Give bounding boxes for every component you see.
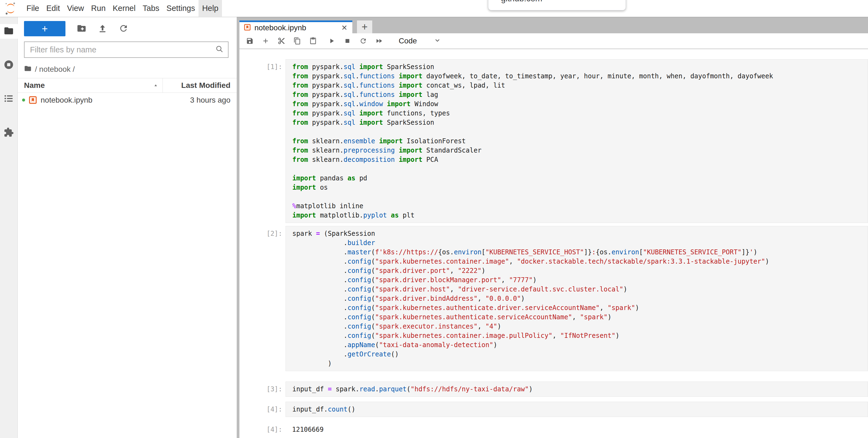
menu-run[interactable]: Run xyxy=(88,0,109,17)
copy-icon xyxy=(293,37,301,45)
file-listing-header: Name Last Modified xyxy=(18,78,237,93)
fast-forward-icon xyxy=(375,37,383,45)
cell-prompt: [4]: xyxy=(240,402,285,417)
paste-cells-button[interactable] xyxy=(309,37,317,45)
toc-icon xyxy=(4,93,14,105)
new-folder-button[interactable] xyxy=(76,23,87,34)
notebook-toolbar: Code xyxy=(240,33,868,49)
notebook-icon xyxy=(244,24,251,32)
sidebar-tab-running-sessions[interactable] xyxy=(0,58,18,72)
tab-notebook[interactable]: notebook.ipynb ✕ xyxy=(240,21,352,33)
file-last-modified: 3 hours ago xyxy=(190,96,230,105)
file-name: notebook.ipynb xyxy=(41,96,190,105)
scissors-icon xyxy=(278,37,285,45)
browser-popup: github.com xyxy=(488,0,626,10)
upload-icon xyxy=(98,30,107,34)
upload-button[interactable] xyxy=(98,23,107,34)
restart-icon xyxy=(360,37,367,45)
new-tab-button[interactable]: + xyxy=(357,21,372,33)
cut-cells-button[interactable] xyxy=(278,37,285,45)
output-cell: [4]:12106669 xyxy=(240,422,868,434)
column-header-name[interactable]: Name xyxy=(18,78,163,92)
filter-files-input[interactable]: Filter files by name xyxy=(24,41,228,58)
notebook-icon xyxy=(29,96,37,104)
puzzle-icon xyxy=(4,127,14,139)
tab-label: notebook.ipynb xyxy=(254,24,338,32)
menu-bar: File Edit View Run Kernel Tabs Settings … xyxy=(0,0,868,17)
dock-tab-bar: notebook.ipynb ✕ + xyxy=(240,17,868,33)
code-cell: [1]:from pyspark.sql import SparkSession… xyxy=(240,59,868,223)
home-folder-icon xyxy=(24,65,32,74)
jupyterlab-app: File Edit View Run Kernel Tabs Settings … xyxy=(0,0,868,438)
search-icon xyxy=(215,45,224,54)
column-header-last-modified[interactable]: Last Modified xyxy=(163,78,237,92)
folder-icon xyxy=(4,26,14,37)
cell-prompt: [4]: xyxy=(240,422,285,434)
copy-cells-button[interactable] xyxy=(293,37,301,45)
dock-panel: notebook.ipynb ✕ + Code xyxy=(240,17,868,438)
filter-placeholder: Filter files by name xyxy=(30,45,215,54)
menu-kernel[interactable]: Kernel xyxy=(109,0,139,17)
menu-tabs[interactable]: Tabs xyxy=(139,0,163,17)
menu-help[interactable]: Help xyxy=(198,0,222,17)
stop-icon xyxy=(344,37,351,45)
cell-prompt: [2]: xyxy=(240,226,285,371)
code-cell: [3]:input_df = spark.read.parquet("hdfs:… xyxy=(240,381,868,397)
cell-editor[interactable]: spark = (SparkSession .builder .master(f… xyxy=(285,226,868,371)
menu-edit[interactable]: Edit xyxy=(43,0,64,17)
file-row-notebook[interactable]: notebook.ipynb 3 hours ago xyxy=(18,93,237,107)
save-icon xyxy=(246,37,254,45)
run-all-button[interactable] xyxy=(375,37,383,45)
sidebar-tab-file-browser[interactable] xyxy=(0,24,18,39)
main-shell: + Filter files by name / notebook / xyxy=(0,17,868,438)
cell-type-value: Code xyxy=(399,36,417,45)
file-browser-toolbar: + xyxy=(24,21,237,37)
breadcrumb-path: / notebook / xyxy=(35,65,75,74)
sidebar-tab-table-of-contents[interactable] xyxy=(0,92,18,107)
run-icon xyxy=(328,37,335,45)
plus-icon xyxy=(262,37,270,45)
code-cell: [4]:input_df.count() xyxy=(240,402,868,417)
breadcrumb[interactable]: / notebook / xyxy=(24,64,237,75)
sort-ascending-icon xyxy=(153,81,158,90)
popup-site-label: github.com xyxy=(501,0,542,4)
run-cell-button[interactable] xyxy=(328,37,335,45)
cell-prompt: [1]: xyxy=(240,59,285,223)
restart-kernel-button[interactable] xyxy=(360,37,367,45)
kernel-running-dot xyxy=(22,98,25,101)
new-launcher-button[interactable]: + xyxy=(24,21,65,36)
file-browser-panel: + Filter files by name / notebook / xyxy=(18,17,237,438)
cell-output-text: 12106669 xyxy=(285,422,868,434)
code-cell: [2]:spark = (SparkSession .builder .mast… xyxy=(240,226,868,371)
stop-circle-icon xyxy=(4,59,14,71)
clipboard-icon xyxy=(309,37,317,45)
menu-settings[interactable]: Settings xyxy=(163,0,198,17)
refresh-button[interactable] xyxy=(119,23,128,34)
sidebar-tab-extension-manager[interactable] xyxy=(0,125,18,140)
jupyter-logo-icon xyxy=(4,2,18,15)
save-button[interactable] xyxy=(246,37,254,45)
left-activity-bar xyxy=(0,17,18,438)
interrupt-kernel-button[interactable] xyxy=(344,37,351,45)
tab-close-icon[interactable]: ✕ xyxy=(341,24,347,32)
cell-editor[interactable]: input_df.count() xyxy=(285,402,868,417)
notebook-content: [1]:from pyspark.sql import SparkSession… xyxy=(240,49,868,438)
menu-items: File Edit View Run Kernel Tabs Settings … xyxy=(23,0,222,17)
refresh-icon xyxy=(119,30,128,34)
cell-type-dropdown[interactable]: Code xyxy=(399,36,441,45)
cell-editor[interactable]: input_df = spark.read.parquet("hdfs://hd… xyxy=(285,381,868,397)
cell-editor[interactable]: from pyspark.sql import SparkSessionfrom… xyxy=(285,59,868,223)
chevron-down-icon xyxy=(434,37,441,45)
add-cell-button[interactable] xyxy=(262,37,270,45)
panel-resize-handle[interactable] xyxy=(237,17,240,438)
menu-view[interactable]: View xyxy=(64,0,88,17)
menu-file[interactable]: File xyxy=(23,0,43,17)
folder-plus-icon xyxy=(76,30,87,34)
cell-prompt: [3]: xyxy=(240,381,285,397)
